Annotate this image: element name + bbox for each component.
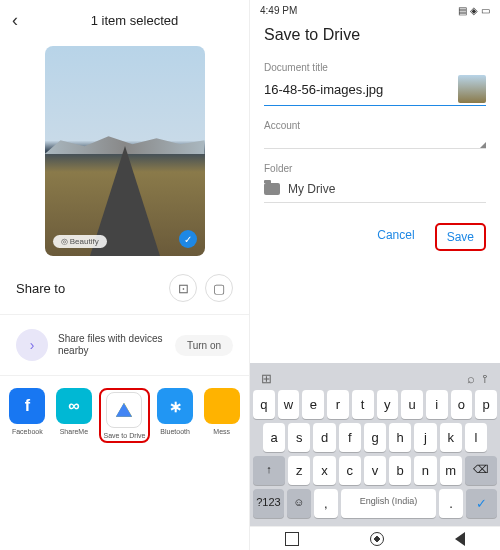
back-icon[interactable]: ‹ xyxy=(12,10,32,31)
folder-icon xyxy=(264,183,280,195)
key-n[interactable]: n xyxy=(414,456,436,485)
key-j[interactable]: j xyxy=(414,423,436,452)
key-b[interactable]: b xyxy=(389,456,411,485)
back-button[interactable] xyxy=(455,532,465,546)
key-s[interactable]: s xyxy=(288,423,310,452)
nearby-icon: › xyxy=(16,329,48,361)
key-v[interactable]: v xyxy=(364,456,386,485)
nearby-share-row: › Share files with devices nearby Turn o… xyxy=(0,319,249,371)
key-r[interactable]: r xyxy=(327,390,349,419)
messaging-icon xyxy=(204,388,240,424)
folder-field[interactable]: Folder My Drive xyxy=(250,159,500,213)
folder-name: My Drive xyxy=(288,182,335,196)
turnon-button[interactable]: Turn on xyxy=(175,335,233,356)
comma-key[interactable]: , xyxy=(314,489,338,518)
shift-key[interactable]: ↑ xyxy=(253,456,285,485)
emoji-key[interactable]: ☺ xyxy=(287,489,311,518)
key-h[interactable]: h xyxy=(389,423,411,452)
share-apps-row: f Facebook ∞ ShareMe Save to Drive ∗ Blu… xyxy=(0,380,249,451)
home-button[interactable] xyxy=(370,532,384,546)
key-t[interactable]: t xyxy=(352,390,374,419)
selection-title: 1 item selected xyxy=(32,13,237,28)
drive-icon xyxy=(106,392,142,428)
key-q[interactable]: q xyxy=(253,390,275,419)
nearby-text: Share files with devices nearby xyxy=(58,333,175,357)
doc-thumbnail xyxy=(458,75,486,103)
status-time: 4:49 PM xyxy=(260,5,297,16)
account-label: Account xyxy=(264,120,486,131)
share-label: Share to xyxy=(16,281,161,296)
wifi-icon: ◈ xyxy=(470,5,478,16)
key-m[interactable]: m xyxy=(440,456,462,485)
divider xyxy=(0,375,249,376)
dialog-title: Save to Drive xyxy=(250,20,500,58)
key-l[interactable]: l xyxy=(465,423,487,452)
selected-image[interactable]: ◎ Beautify ✓ xyxy=(45,46,205,256)
key-x[interactable]: x xyxy=(313,456,335,485)
save-button[interactable]: Save xyxy=(435,223,486,251)
kb-row3: ↑ zxcvbnm ⌫ xyxy=(253,456,497,485)
gallery-share-screen: ‹ 1 item selected ◎ Beautify ✓ Share to … xyxy=(0,0,250,550)
document-title-field: Document title xyxy=(250,58,500,116)
vibrate-icon: ▤ xyxy=(458,5,467,16)
selected-check-icon[interactable]: ✓ xyxy=(179,230,197,248)
status-bar: 4:49 PM ▤ ◈ ▭ xyxy=(250,0,500,20)
beautify-button[interactable]: ◎ Beautify xyxy=(53,235,107,248)
save-to-drive-screen: 4:49 PM ▤ ◈ ▭ Save to Drive Document tit… xyxy=(250,0,500,550)
key-f[interactable]: f xyxy=(339,423,361,452)
share-header: Share to ⊡ ▢ xyxy=(0,262,249,310)
keyboard: ⊞ ⌕ ⫯ qwertyuiop asdfghjkl ↑ zxcvbnm ⌫ ?… xyxy=(250,363,500,526)
key-e[interactable]: e xyxy=(302,390,324,419)
space-key[interactable]: English (India) xyxy=(341,489,436,518)
key-k[interactable]: k xyxy=(440,423,462,452)
bluetooth-icon: ∗ xyxy=(157,388,193,424)
key-z[interactable]: z xyxy=(288,456,310,485)
doc-title-label: Document title xyxy=(264,62,486,73)
facebook-icon: f xyxy=(9,388,45,424)
app-facebook[interactable]: f Facebook xyxy=(6,388,49,443)
shareme-icon: ∞ xyxy=(56,388,92,424)
app-messaging[interactable]: Mess xyxy=(200,388,243,443)
dialog-actions: Cancel Save xyxy=(250,213,500,261)
app-save-to-drive[interactable]: Save to Drive xyxy=(99,388,150,443)
period-key[interactable]: . xyxy=(439,489,463,518)
numeric-key[interactable]: ?123 xyxy=(253,489,284,518)
kb-row4: ?123 ☺ , English (India) . ✓ xyxy=(253,489,497,518)
kb-row1: qwertyuiop xyxy=(253,390,497,419)
folder-label: Folder xyxy=(264,163,486,174)
key-d[interactable]: d xyxy=(313,423,335,452)
recents-button[interactable] xyxy=(285,532,299,546)
account-field[interactable]: Account xyxy=(250,116,500,159)
key-g[interactable]: g xyxy=(364,423,386,452)
app-bluetooth[interactable]: ∗ Bluetooth xyxy=(154,388,197,443)
header: ‹ 1 item selected xyxy=(0,0,249,40)
kb-settings-icon[interactable]: ⊞ xyxy=(261,371,272,386)
doc-title-input[interactable] xyxy=(264,82,454,97)
key-u[interactable]: u xyxy=(401,390,423,419)
key-a[interactable]: a xyxy=(263,423,285,452)
cancel-button[interactable]: Cancel xyxy=(367,223,424,251)
key-c[interactable]: c xyxy=(339,456,361,485)
android-navbar xyxy=(250,526,500,550)
kb-search-icon[interactable]: ⌕ xyxy=(467,371,475,386)
app-shareme[interactable]: ∞ ShareMe xyxy=(53,388,96,443)
key-o[interactable]: o xyxy=(451,390,473,419)
cast-icon[interactable]: ▢ xyxy=(205,274,233,302)
key-y[interactable]: y xyxy=(377,390,399,419)
backspace-key[interactable]: ⌫ xyxy=(465,456,497,485)
kb-mic-icon[interactable]: ⫯ xyxy=(482,371,489,386)
key-w[interactable]: w xyxy=(278,390,300,419)
kb-row2: asdfghjkl xyxy=(253,423,497,452)
print-icon[interactable]: ⊡ xyxy=(169,274,197,302)
key-p[interactable]: p xyxy=(475,390,497,419)
divider xyxy=(0,314,249,315)
key-i[interactable]: i xyxy=(426,390,448,419)
battery-icon: ▭ xyxy=(481,5,490,16)
enter-key[interactable]: ✓ xyxy=(466,489,497,518)
